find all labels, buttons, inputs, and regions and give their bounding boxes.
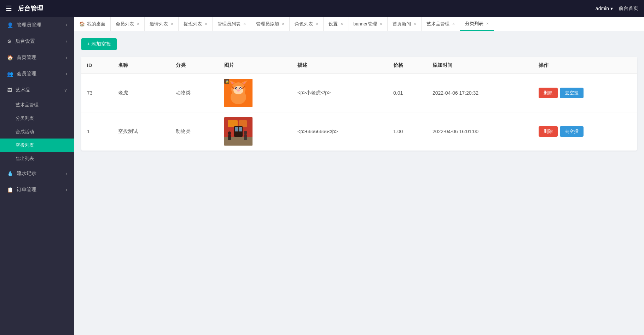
col-action: 操作 bbox=[533, 57, 637, 74]
svg-point-12 bbox=[237, 89, 240, 92]
tab-invite-list[interactable]: 邀请列表 × bbox=[145, 17, 179, 31]
tiger-image: 🔒 bbox=[224, 79, 253, 107]
chevron-expand-icon: ∨ bbox=[64, 88, 67, 93]
cell-id: 73 bbox=[81, 74, 112, 112]
sidebar-item-member-mgmt[interactable]: 👥 会员管理 ‹ bbox=[0, 66, 74, 82]
tab-admin-add[interactable]: 管理员添加 × bbox=[251, 17, 290, 31]
tab-close-admin-list[interactable]: × bbox=[243, 22, 246, 27]
cell-action: 删除去空投 bbox=[533, 74, 637, 112]
room-image bbox=[224, 117, 253, 146]
tab-art-mgmt[interactable]: 艺术品管理 × bbox=[422, 17, 460, 31]
col-category: 分类 bbox=[170, 57, 219, 74]
cell-price: 0.01 bbox=[388, 74, 427, 112]
svg-point-27 bbox=[244, 131, 247, 134]
tabs-bar: 🏠 我的桌面 会员列表 × 邀请列表 × 提现列表 × 管理员列表 × 管理员添… bbox=[74, 17, 644, 31]
cell-id: 1 bbox=[81, 112, 112, 151]
sidebar: 👤 管理员管理 ‹ ⚙ 后台设置 ‹ 🏠 首页管理 ‹ 👥 会员管理 bbox=[0, 17, 74, 335]
hamburger-button[interactable]: ☰ bbox=[6, 4, 12, 13]
sidebar-sub-item-category-list[interactable]: 分类列表 bbox=[0, 112, 74, 125]
table-row: 1空投测试动物类 <p>66666666</p>1 bbox=[81, 112, 637, 151]
tab-label-invite-list: 邀请列表 bbox=[150, 21, 168, 27]
airdrop-table: ID 名称 分类 图片 描述 价格 添加时间 操作 73老虎动物类 bbox=[81, 57, 637, 151]
art-icon: 🖼 bbox=[7, 87, 12, 93]
sidebar-label-order-mgmt: 订单管理 bbox=[17, 187, 36, 193]
tab-label-role-list: 角色列表 bbox=[295, 21, 313, 27]
cell-add-time: 2022-04-06 16:01:00 bbox=[427, 112, 533, 151]
chevron-icon: ‹ bbox=[66, 55, 67, 60]
sidebar-sub-item-sold-list[interactable]: 售出列表 bbox=[0, 152, 74, 165]
svg-point-10 bbox=[236, 88, 237, 89]
tab-close-home-news[interactable]: × bbox=[414, 22, 416, 27]
cell-image bbox=[219, 112, 292, 151]
delete-button[interactable]: 删除 bbox=[539, 88, 558, 98]
svg-rect-24 bbox=[239, 127, 242, 131]
sidebar-sub-item-art-mgmt[interactable]: 艺术品管理 bbox=[0, 98, 74, 112]
page-content: + 添加空投 ID 名称 分类 图片 描述 价格 添加时间 操作 73老虎动物 bbox=[74, 31, 644, 335]
cell-image: 🔒 bbox=[219, 74, 292, 112]
delete-button[interactable]: 删除 bbox=[539, 126, 558, 137]
admin-username: admin bbox=[596, 6, 609, 11]
tab-label-member-list: 会员列表 bbox=[116, 21, 134, 27]
sidebar-item-backend-settings[interactable]: ⚙ 后台设置 ‹ bbox=[0, 33, 74, 49]
cell-action: 删除去空投 bbox=[533, 112, 637, 151]
tab-close-invite-list[interactable]: × bbox=[171, 22, 173, 27]
tab-category-list[interactable]: 分类列表 × bbox=[460, 17, 494, 31]
tab-admin-list[interactable]: 管理员列表 × bbox=[213, 17, 251, 31]
top-header: ☰ 后台管理 admin ▾ 前台首页 bbox=[0, 0, 644, 17]
tab-label-withdraw-list: 提现列表 bbox=[184, 21, 202, 27]
add-airdrop-button[interactable]: + 添加空投 bbox=[81, 38, 117, 50]
tab-home-news[interactable]: 首页新闻 × bbox=[388, 17, 422, 31]
sidebar-sub-item-synthesis-activity[interactable]: 合成活动 bbox=[0, 125, 74, 139]
svg-rect-26 bbox=[228, 135, 231, 140]
sidebar-label-backend-settings: 后台设置 bbox=[15, 38, 35, 45]
sidebar-label-home-mgmt: 首页管理 bbox=[17, 54, 36, 61]
chevron-icon: ‹ bbox=[66, 187, 67, 192]
sidebar-label-art-items: 艺术品 bbox=[16, 87, 30, 93]
tab-close-withdraw-list[interactable]: × bbox=[205, 22, 207, 27]
tab-role-list[interactable]: 角色列表 × bbox=[290, 17, 324, 31]
col-id: ID bbox=[81, 57, 112, 74]
cell-name: 老虎 bbox=[112, 74, 170, 112]
sidebar-item-art-items[interactable]: 🖼 艺术品 ∨ bbox=[0, 82, 74, 98]
airdrop-button[interactable]: 去空投 bbox=[560, 126, 584, 137]
tab-withdraw-list[interactable]: 提现列表 × bbox=[179, 17, 213, 31]
tab-label-admin-list: 管理员列表 bbox=[217, 21, 240, 27]
sidebar-sub-item-airdrop-list[interactable]: 空投列表 bbox=[0, 139, 74, 152]
sidebar-item-flow-record[interactable]: 💧 流水记录 ‹ bbox=[0, 165, 74, 182]
cell-add-time: 2022-04-06 17:20:32 bbox=[427, 74, 533, 112]
app-title: 后台管理 bbox=[18, 4, 43, 13]
sidebar-item-order-mgmt[interactable]: 📋 订单管理 ‹ bbox=[0, 182, 74, 198]
chevron-icon: ‹ bbox=[66, 39, 67, 44]
svg-point-11 bbox=[240, 88, 241, 89]
tab-close-banner-mgmt[interactable]: × bbox=[380, 22, 382, 27]
col-name: 名称 bbox=[112, 57, 170, 74]
tab-close-member-list[interactable]: × bbox=[137, 22, 139, 27]
chevron-icon: ‹ bbox=[66, 23, 67, 28]
col-image: 图片 bbox=[219, 57, 292, 74]
tab-label-settings: 设置 bbox=[329, 21, 338, 27]
tab-close-settings[interactable]: × bbox=[341, 22, 343, 27]
tab-close-art-mgmt[interactable]: × bbox=[452, 22, 455, 27]
admin-dropdown[interactable]: admin ▾ bbox=[596, 6, 613, 11]
sidebar-item-admin-mgmt[interactable]: 👤 管理员管理 ‹ bbox=[0, 17, 74, 33]
tab-close-admin-add[interactable]: × bbox=[282, 22, 284, 27]
airdrop-button[interactable]: 去空投 bbox=[560, 88, 584, 98]
user-icon: 👤 bbox=[7, 22, 13, 28]
frontend-link[interactable]: 前台首页 bbox=[619, 5, 638, 12]
cell-category: 动物类 bbox=[170, 74, 219, 112]
tab-dashboard[interactable]: 🏠 我的桌面 bbox=[74, 17, 111, 31]
main-layout: 👤 管理员管理 ‹ ⚙ 后台设置 ‹ 🏠 首页管理 ‹ 👥 会员管理 bbox=[0, 17, 644, 335]
tab-banner-mgmt[interactable]: banner管理 × bbox=[348, 17, 388, 31]
sidebar-item-home-mgmt[interactable]: 🏠 首页管理 ‹ bbox=[0, 49, 74, 66]
settings-icon: ⚙ bbox=[7, 39, 12, 44]
people-icon: 👥 bbox=[7, 71, 13, 77]
header-right: admin ▾ 前台首页 bbox=[596, 5, 638, 12]
tab-settings[interactable]: 设置 × bbox=[324, 17, 348, 31]
cell-description: <p>小老虎</p> bbox=[292, 74, 388, 112]
tab-member-list[interactable]: 会员列表 × bbox=[111, 17, 145, 31]
tab-close-role-list[interactable]: × bbox=[316, 22, 318, 27]
sidebar-label-member-mgmt: 会员管理 bbox=[17, 71, 36, 77]
tab-label-dashboard: 我的桌面 bbox=[87, 21, 105, 27]
chevron-icon: ‹ bbox=[66, 71, 67, 76]
tab-close-category-list[interactable]: × bbox=[486, 21, 489, 26]
